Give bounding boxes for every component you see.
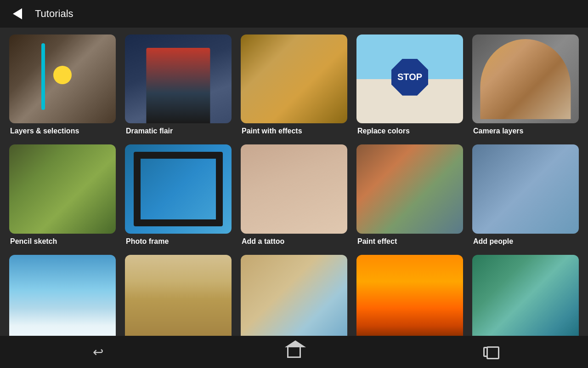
tutorial-item-paint-with-effects[interactable]: Paint with effects (241, 34, 347, 135)
tutorial-label-dramatic-flair: Dramatic flair (125, 127, 232, 135)
tutorial-item-tutorial-15[interactable] (472, 255, 579, 336)
tutorial-label-replace-colors: Replace colors (356, 127, 463, 135)
tutorials-content: Layers & selectionsDramatic flairPaint w… (0, 28, 588, 336)
tutorial-item-replace-colors[interactable]: Replace colors (356, 34, 463, 135)
header: Tutorials (0, 0, 588, 28)
tutorial-item-paint-effect[interactable]: Paint effect (356, 144, 463, 245)
tutorial-thumb-paint-effect (356, 144, 463, 233)
nav-back-icon: ↩ (93, 345, 103, 360)
tutorial-label-pencil-sketch: Pencil sketch (9, 237, 116, 246)
tutorial-thumb-tutorial-11 (9, 255, 116, 336)
tutorial-thumb-tutorial-13 (241, 255, 347, 336)
nav-recents-icon (483, 347, 497, 357)
tutorial-thumb-add-people (472, 144, 579, 233)
tutorial-item-dramatic-flair[interactable]: Dramatic flair (125, 34, 232, 135)
tutorial-thumb-tutorial-14 (356, 255, 463, 336)
tutorial-thumb-tutorial-15 (472, 255, 579, 336)
tutorial-thumb-camera-layers (472, 34, 579, 123)
tutorial-item-camera-layers[interactable]: Camera layers (472, 34, 579, 135)
tutorial-thumb-add-a-tattoo (241, 144, 347, 233)
tutorials-grid: Layers & selectionsDramatic flairPaint w… (9, 34, 579, 336)
tutorial-thumb-replace-colors (356, 34, 463, 123)
nav-back-button[interactable]: ↩ (84, 343, 112, 361)
tutorial-label-add-people: Add people (472, 237, 579, 246)
bottom-navigation: ↩ (0, 336, 588, 368)
tutorial-thumb-paint-with-effects (241, 34, 347, 123)
tutorial-label-camera-layers: Camera layers (472, 127, 579, 135)
tutorial-label-add-a-tattoo: Add a tattoo (241, 237, 347, 246)
tutorial-item-tutorial-12[interactable] (125, 255, 232, 336)
tutorial-label-layers-selections: Layers & selections (9, 127, 116, 135)
tutorial-item-tutorial-14[interactable] (356, 255, 463, 336)
tutorial-thumb-layers-selections (9, 34, 116, 123)
tutorial-item-layers-selections[interactable]: Layers & selections (9, 34, 116, 135)
tutorial-thumb-dramatic-flair (125, 34, 232, 123)
back-arrow-icon (13, 8, 22, 19)
tutorial-label-paint-with-effects: Paint with effects (241, 127, 347, 135)
tutorial-thumb-tutorial-12 (125, 255, 232, 336)
page-title: Tutorials (35, 8, 74, 20)
nav-home-icon (287, 346, 301, 358)
tutorial-item-add-people[interactable]: Add people (472, 144, 579, 245)
tutorial-thumb-photo-frame (125, 144, 232, 233)
tutorial-label-photo-frame: Photo frame (125, 237, 232, 246)
nav-recents-button[interactable] (476, 343, 504, 361)
tutorial-item-tutorial-13[interactable] (241, 255, 347, 336)
tutorial-item-pencil-sketch[interactable]: Pencil sketch (9, 144, 116, 245)
back-button[interactable] (9, 6, 26, 22)
tutorial-item-add-a-tattoo[interactable]: Add a tattoo (241, 144, 347, 245)
tutorial-thumb-pencil-sketch (9, 144, 116, 233)
tutorial-item-photo-frame[interactable]: Photo frame (125, 144, 232, 245)
tutorial-label-paint-effect: Paint effect (356, 237, 463, 246)
nav-home-button[interactable] (280, 343, 308, 361)
tutorial-item-tutorial-11[interactable] (9, 255, 116, 336)
